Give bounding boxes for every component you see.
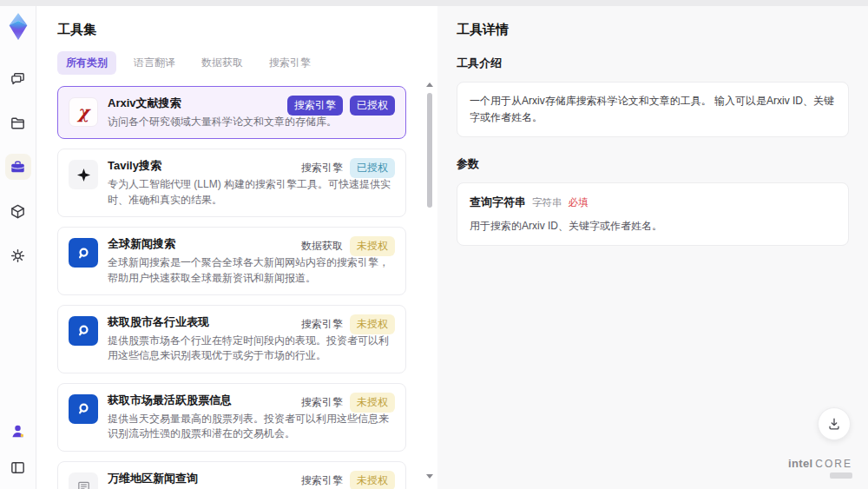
auth-status-badge: 未授权 [350, 314, 395, 334]
app-logo[interactable] [4, 11, 32, 43]
tool-description: 提供股票市场各个行业在特定时间段内的表现。投资者可以利用这些信息来识别表现优于或… [108, 334, 395, 364]
cube-icon[interactable] [5, 198, 31, 224]
category-tabs: 所有类别 语言翻译 数据获取 搜索引擎 [57, 51, 417, 75]
download-button[interactable] [818, 407, 851, 440]
tool-list: χ Arxiv文献搜索 访问各个研究领域大量科学论文和文章的存储库。 搜索引擎 … [57, 86, 417, 489]
auth-status-badge: 已授权 [350, 96, 395, 116]
tool-card-sector-performance[interactable]: 获取股市各行业表现 提供股票市场各个行业在特定时间段内的表现。投资者可以利用这些… [57, 305, 406, 373]
folder-icon[interactable] [5, 109, 31, 135]
tool-card-tavily[interactable]: Tavily搜索 专为人工智能代理 (LLM) 构建的搜索引擎工具。可快速提供实… [57, 149, 406, 217]
scroll-down-arrow-icon[interactable] [426, 474, 433, 479]
tab-search-engine[interactable]: 搜索引擎 [260, 51, 319, 75]
tool-intro-box: 一个用于从Arxiv存储库搜索科学论文和文章的工具。 输入可以是Arxiv ID… [457, 82, 849, 137]
tool-description: 提供当天交易量最高的股票列表。投资者可以利用这些信息来识别流动性强的股票和潜在的… [108, 412, 395, 442]
newspaper-icon [69, 472, 98, 489]
category-badge: 搜索引擎 [301, 471, 343, 489]
list-scrollbar[interactable] [426, 83, 433, 479]
rail-nav [5, 65, 31, 268]
rail-bottom [5, 418, 31, 480]
param-description: 用于搜索的Arxiv ID、关键字或作者姓名。 [470, 218, 836, 235]
scrollbar-thumb[interactable] [427, 93, 432, 208]
detail-title: 工具详情 [457, 22, 849, 38]
intro-heading: 工具介绍 [457, 56, 849, 71]
category-badge: 数据获取 [301, 236, 343, 256]
category-badge: 搜索引擎 [301, 158, 343, 178]
app-window: 工具集 所有类别 语言翻译 数据获取 搜索引擎 χ Arxiv文献搜索 访问各个… [0, 6, 868, 489]
tool-card-arxiv[interactable]: χ Arxiv文献搜索 访问各个研究领域大量科学论文和文章的存储库。 搜索引擎 … [57, 86, 406, 139]
tool-description: 全球新闻搜索是一个聚合全球各大新闻网站内容的搜索引擎，帮助用户快速获取全球最新资… [108, 255, 395, 286]
auth-status-badge: 未授权 [350, 236, 395, 256]
scroll-up-arrow-icon[interactable] [426, 83, 433, 87]
param-box: 查询字符串 字符串 必填 用于搜索的Arxiv ID、关键字或作者姓名。 [457, 182, 849, 246]
auth-status-badge: 已授权 [350, 158, 395, 178]
param-name: 查询字符串 [470, 194, 526, 212]
tool-detail-panel: 工具详情 工具介绍 一个用于从Arxiv存储库搜索科学论文和文章的工具。 输入可… [437, 6, 868, 489]
tool-card-regional-news[interactable]: 万维地区新闻查询 查询具体行政区划内的新闻，快速了解各地新闻动态。 搜索引擎 未… [57, 461, 406, 489]
stock-search-blue-icon [69, 316, 98, 346]
tavily-star-icon [69, 160, 98, 189]
category-badge: 搜索引擎 [301, 314, 343, 334]
gear-icon[interactable] [5, 242, 31, 268]
category-badge: 搜索引擎 [301, 393, 343, 413]
panel-toggle-icon[interactable] [5, 454, 31, 480]
tool-list-panel: 工具集 所有类别 语言翻译 数据获取 搜索引擎 χ Arxiv文献搜索 访问各个… [36, 6, 437, 489]
tool-description: 访问各个研究领域大量科学论文和文章的存储库。 [108, 115, 395, 129]
page-title: 工具集 [57, 22, 417, 38]
auth-status-badge: 未授权 [350, 393, 395, 413]
user-avatar-icon[interactable] [5, 418, 31, 444]
news-search-blue-icon [69, 238, 98, 268]
tool-description: 专为人工智能代理 (LLM) 构建的搜索引擎工具。可快速提供实时、准确和真实的结… [108, 177, 395, 208]
arxiv-logo-icon: χ [69, 97, 98, 127]
tab-all-categories[interactable]: 所有类别 [57, 51, 116, 75]
tool-card-global-news[interactable]: 全球新闻搜索 全球新闻搜索是一个聚合全球各大新闻网站内容的搜索引擎，帮助用户快速… [57, 227, 406, 295]
param-type: 字符串 [532, 195, 562, 210]
briefcase-icon[interactable] [5, 154, 31, 180]
category-badge: 搜索引擎 [287, 96, 343, 116]
tool-card-active-stocks[interactable]: 获取市场最活跃股票信息 提供当天交易量最高的股票列表。投资者可以利用这些信息来识… [57, 383, 406, 452]
intel-wordmark: intel [788, 457, 812, 470]
tab-data-acquisition[interactable]: 数据获取 [193, 51, 252, 75]
intel-core-sub-badge [830, 472, 852, 479]
stock-search-blue-icon [69, 394, 98, 424]
core-wordmark: CORE [815, 458, 852, 470]
chat-icon[interactable] [5, 65, 31, 91]
tab-language-translation[interactable]: 语言翻译 [125, 51, 184, 75]
icon-rail [0, 6, 36, 489]
intel-core-logo: intelCORE [788, 457, 852, 479]
auth-status-badge: 未授权 [350, 471, 395, 489]
params-heading: 参数 [457, 156, 849, 172]
param-required-label: 必填 [569, 195, 589, 210]
